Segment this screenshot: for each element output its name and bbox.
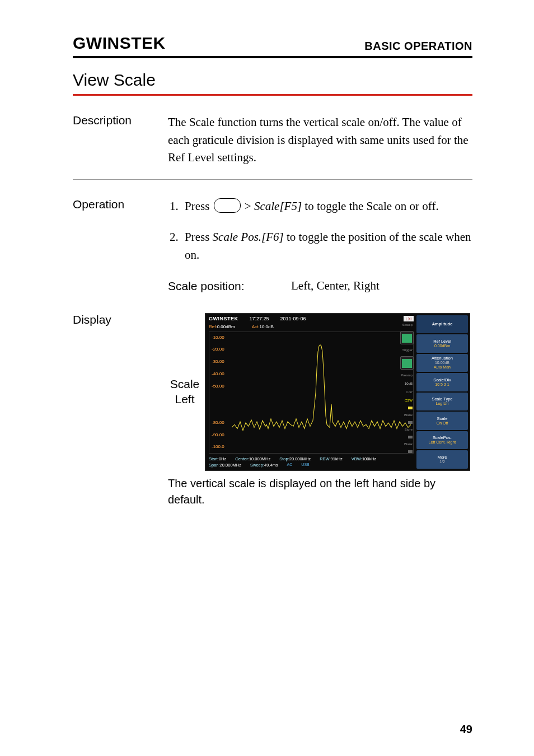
operation-steps: Press > Scale[F5] to toggle the Scale on… bbox=[168, 198, 472, 264]
softkey-value2: Auto Man bbox=[434, 365, 451, 370]
scalepos-label: Scale position: bbox=[168, 277, 291, 295]
softkey-value: 10.00dB bbox=[435, 361, 449, 365]
softkey-reflevel: Ref Level 0.00dBm bbox=[416, 334, 468, 353]
section-title: View Scale bbox=[73, 71, 472, 96]
softkey-scalepos: ScalePos. Left Cent. Right bbox=[416, 431, 468, 450]
display-figure: Scale Left GWINSTEK 17:27:25 2011-09-06 … bbox=[168, 313, 472, 471]
side-preamp-v: 10dB bbox=[400, 381, 413, 386]
softkey-scalediv: Scale/Div 10 5 2 1 bbox=[416, 373, 468, 391]
usb-indicator: USB bbox=[301, 462, 309, 468]
operation-label: Operation bbox=[73, 198, 168, 211]
span-label: Span: bbox=[209, 463, 220, 468]
side-csw: CSW bbox=[400, 398, 413, 403]
stop-label: Stop: bbox=[279, 456, 289, 461]
device-time: 17:27:25 bbox=[250, 315, 269, 323]
softkey-label: Scale/Div bbox=[433, 377, 451, 382]
gauge-icon bbox=[400, 331, 414, 344]
side-blank: Blank bbox=[400, 413, 413, 418]
center-value: 10.000MHz bbox=[249, 456, 270, 461]
ylabel: -100.0 bbox=[212, 444, 224, 450]
step1-key: Scale[F5] bbox=[254, 199, 302, 213]
softkey-label: Scale Type bbox=[432, 396, 453, 402]
softkey-scale: Scale On Off bbox=[416, 412, 468, 430]
gauge-icon bbox=[400, 356, 414, 370]
softkey-value: On Off bbox=[437, 421, 448, 426]
display-label: Display bbox=[73, 313, 168, 326]
softkey-title: Amplitude bbox=[416, 315, 468, 334]
softkey-more: More 1/2 bbox=[416, 450, 468, 469]
act-label: Act: bbox=[252, 324, 260, 329]
sweep-label: Sweep: bbox=[250, 463, 264, 468]
brand-text: GWINSTEK bbox=[73, 34, 166, 52]
brand-logo: GWINSTEK bbox=[73, 34, 166, 53]
step2-key: Scale Pos.[F6] bbox=[213, 230, 284, 244]
softkey-value: 10 5 2 1 bbox=[435, 382, 449, 387]
step2-text-a: Press bbox=[185, 230, 213, 244]
device-bottom-bar: Start:0Hz Center:10.000MHz Stop:20.000MH… bbox=[209, 456, 414, 468]
span-value: 20.000MHz bbox=[220, 463, 241, 468]
chapter-title: BASIC OPERATION bbox=[364, 40, 472, 53]
device-sub-bar: Ref:0.00dBm Act:10.0dB bbox=[209, 324, 414, 330]
softkey-scaletype: Scale Type Log Lin bbox=[416, 393, 468, 411]
scale-callout: Scale Left bbox=[168, 377, 202, 407]
softkey-label: Scale bbox=[437, 416, 448, 421]
device-screenshot: GWINSTEK 17:27:25 2011-09-06 LXI Ref:0.0… bbox=[205, 313, 470, 471]
trace-color-icon bbox=[408, 407, 413, 409]
device-trace bbox=[232, 334, 411, 451]
operation-step-1: Press > Scale[F5] to toggle the Scale on… bbox=[181, 198, 472, 216]
softkey-attenuation: Attenuation 10.00dB Auto Man bbox=[416, 354, 468, 372]
ylabel: -50.00 bbox=[212, 383, 224, 390]
device-side-indicators: Sweep Trigger Preamp 10dB Corr CSW Blank… bbox=[400, 323, 413, 453]
rbw-value: 91kHz bbox=[331, 456, 343, 461]
operation-step-2: Press Scale Pos.[F6] to toggle the posit… bbox=[181, 228, 472, 264]
display-caption: The vertical scale is displayed on the l… bbox=[168, 475, 472, 508]
stop-value: 20.000MHz bbox=[289, 456, 311, 461]
softkey-label: More bbox=[437, 455, 447, 460]
description-text: The Scale function turns the vertical sc… bbox=[168, 114, 472, 167]
center-label: Center: bbox=[235, 456, 249, 461]
description-label: Description bbox=[73, 114, 168, 127]
side-preamp: Preamp bbox=[400, 373, 413, 378]
page-header: GWINSTEK BASIC OPERATION bbox=[73, 34, 472, 58]
side-sweep: Sweep bbox=[400, 323, 413, 328]
trace-color-icon bbox=[408, 436, 413, 438]
step1-text-a: Press bbox=[185, 199, 213, 213]
device-y-labels: -10.00 -20.00 -30.00 -40.00 -50.00 -60.0… bbox=[212, 332, 224, 453]
vbw-value: 100kHz bbox=[362, 456, 376, 461]
callout-line1: Scale bbox=[168, 377, 202, 391]
callout-line2: Left bbox=[168, 392, 202, 407]
softkey-value: Log Lin bbox=[436, 402, 449, 406]
sweep-value: 49.4ms bbox=[264, 463, 278, 468]
step1-text-c: to toggle the Scale on or off. bbox=[305, 199, 438, 213]
trace-color-icon bbox=[408, 421, 413, 424]
row-display: Display Scale Left GWINSTEK 17:27:25 201… bbox=[73, 313, 472, 508]
act-value: 10.0dB bbox=[259, 324, 273, 329]
scalepos-values: Left, Center, Right bbox=[291, 277, 380, 295]
page-number: 49 bbox=[460, 723, 472, 736]
ac-indicator: AC bbox=[287, 462, 293, 468]
vbw-label: VBW: bbox=[352, 456, 362, 461]
side-blank2: Blank bbox=[400, 442, 413, 447]
start-label: Start: bbox=[209, 456, 219, 461]
ylabel: -30.00 bbox=[212, 358, 224, 365]
softkey-value: 0.00dBm bbox=[434, 344, 450, 348]
softkey-label: ScalePos. bbox=[433, 435, 452, 440]
row-operation: Operation Press > Scale[F5] to toggle th… bbox=[73, 198, 472, 295]
trace-color-icon bbox=[408, 450, 413, 453]
ylabel: -10.00 bbox=[212, 334, 224, 341]
softkey-label: Ref Level bbox=[433, 339, 451, 344]
scale-position-line: Scale position: Left, Center, Right bbox=[168, 277, 472, 295]
row-description: Description The Scale function turns the… bbox=[73, 114, 472, 180]
softkey-value: 1/2 bbox=[439, 460, 445, 464]
device-top-bar: GWINSTEK 17:27:25 2011-09-06 LXI bbox=[209, 315, 414, 323]
rbw-label: RBW: bbox=[320, 456, 330, 461]
ylabel: -40.00 bbox=[212, 371, 224, 377]
side-trigger: Trigger bbox=[400, 348, 413, 353]
lxi-icon: LXI bbox=[404, 315, 414, 323]
ylabel: -90.00 bbox=[212, 432, 224, 438]
softkey-label: Attenuation bbox=[432, 356, 453, 361]
svg-text:LXI: LXI bbox=[406, 317, 412, 321]
softkey-value: Left Cent. Right bbox=[429, 440, 456, 445]
side-store: Store bbox=[400, 427, 413, 432]
device-brand: GWINSTEK bbox=[209, 315, 238, 323]
